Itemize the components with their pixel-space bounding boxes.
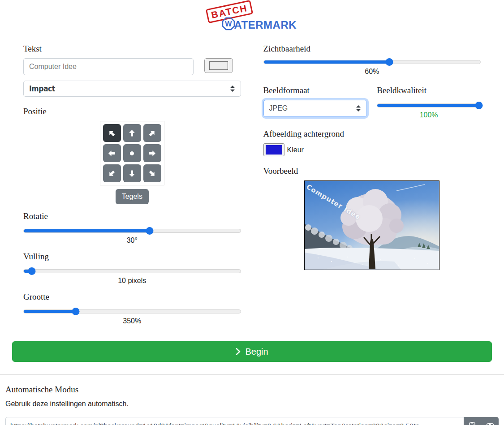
slider-fill <box>264 60 389 64</box>
left-column: Tekst Impact Positie <box>12 44 252 325</box>
slider-thumb[interactable] <box>146 227 153 235</box>
arrow-up-icon <box>128 129 136 137</box>
arrow-up-left-icon <box>107 128 117 138</box>
slider-track <box>263 60 481 64</box>
vulling-heading: Vulling <box>23 252 241 262</box>
auto-mode-section: Automatische Modus Gebruik deze instelli… <box>5 385 499 425</box>
beeldformaat-value: JPEG <box>269 104 288 112</box>
slider-thumb[interactable] <box>386 58 393 66</box>
slider-fill <box>24 310 76 313</box>
begin-button[interactable]: Begin <box>12 341 492 362</box>
arrow-right-icon <box>148 150 156 157</box>
vulling-value: 10 pixels <box>23 277 241 285</box>
rotatie-value: 30° <box>23 236 241 245</box>
auto-url-group <box>5 417 499 425</box>
background-color-picker[interactable] <box>263 143 284 156</box>
auto-mode-title: Automatische Modus <box>5 385 499 395</box>
position-right-button[interactable] <box>143 144 161 162</box>
voorbeeld-heading: Voorbeeld <box>263 166 481 176</box>
arrow-down-icon <box>128 170 136 177</box>
slider-thumb[interactable] <box>28 267 35 275</box>
logo-octagon-w-icon: W <box>222 17 235 33</box>
tegels-button[interactable]: Tegels <box>116 189 149 204</box>
url-button-group <box>464 417 499 425</box>
slider-thumb[interactable] <box>72 308 79 315</box>
grootte-heading: Grootte <box>23 292 241 302</box>
rotatie-heading: Rotatie <box>23 211 241 221</box>
zichtbaarheid-heading: Zichtbaarheid <box>263 44 481 54</box>
beeldkwaliteit-slider[interactable] <box>377 102 481 109</box>
clipboard-paste-icon <box>469 421 476 425</box>
position-top-left-button[interactable] <box>103 124 121 142</box>
slider-track <box>23 269 241 273</box>
zichtbaarheid-slider[interactable] <box>263 58 481 66</box>
beeldkwaliteit-value: 100% <box>377 111 481 119</box>
beeldformaat-select[interactable]: JPEG <box>263 100 367 117</box>
link-chain-icon <box>486 422 495 425</box>
position-left-button[interactable] <box>103 144 121 162</box>
svg-text:W: W <box>225 20 232 28</box>
chevron-right-icon <box>236 348 241 355</box>
positie-heading: Positie <box>23 107 241 116</box>
right-column: Zichtbaarheid 60% Beeldformaat JPEG Beel… <box>252 44 492 325</box>
auto-url-input[interactable] <box>5 417 464 425</box>
dot-center-icon <box>128 150 136 157</box>
slider-track <box>377 103 481 107</box>
grootte-value: 350% <box>23 317 241 325</box>
beeldkwaliteit-heading: Beeldkwaliteit <box>377 86 481 95</box>
logo-brand-rest: ATERMARK <box>234 19 297 31</box>
arrow-down-right-icon <box>147 168 158 179</box>
kleur-label: Kleur <box>287 146 304 154</box>
position-top-right-button[interactable] <box>143 124 161 142</box>
vulling-slider[interactable] <box>23 267 241 275</box>
copy-url-button[interactable] <box>464 417 481 425</box>
link-button[interactable] <box>481 417 499 425</box>
section-divider <box>0 374 504 375</box>
beeldformaat-heading: Beeldformaat <box>263 86 367 95</box>
font-select[interactable]: Impact <box>23 81 241 97</box>
auto-mode-subtitle: Gebruik deze instellingen automatisch. <box>5 400 499 408</box>
position-top-button[interactable] <box>123 124 141 142</box>
grootte-slider[interactable] <box>23 308 241 315</box>
zichtbaarheid-value: 60% <box>263 68 481 76</box>
position-center-button[interactable] <box>123 144 141 162</box>
main-content: Tekst Impact Positie <box>12 44 492 325</box>
begin-label: Begin <box>245 347 268 357</box>
slider-fill <box>24 229 149 232</box>
arrow-down-left-icon <box>107 168 117 179</box>
logo: BATCH W ATERMARK <box>203 4 302 33</box>
position-bottom-button[interactable] <box>123 164 141 182</box>
position-bottom-right-button[interactable] <box>143 164 161 182</box>
arrow-left-icon <box>108 150 116 157</box>
color-swatch <box>266 145 282 155</box>
position-grid <box>100 121 164 185</box>
rotatie-slider[interactable] <box>23 227 241 235</box>
achtergrond-heading: Afbeelding achtergrond <box>263 129 481 139</box>
button-outline-icon <box>209 61 228 70</box>
text-style-button[interactable] <box>204 58 233 73</box>
up-down-arrows-icon <box>356 105 361 112</box>
slider-track <box>23 229 241 233</box>
watermark-text-input[interactable] <box>23 58 194 75</box>
preview-image: Computer Idee <box>304 180 439 270</box>
position-bottom-left-button[interactable] <box>103 164 121 182</box>
logo-watermark-text: W ATERMARK <box>222 17 297 33</box>
arrow-up-right-icon <box>147 128 158 138</box>
font-select-value: Impact <box>29 84 55 93</box>
slider-track <box>23 309 241 313</box>
slider-fill <box>377 104 480 107</box>
slider-thumb[interactable] <box>475 102 483 109</box>
up-down-arrows-icon <box>230 85 235 92</box>
tekst-heading: Tekst <box>23 44 241 54</box>
